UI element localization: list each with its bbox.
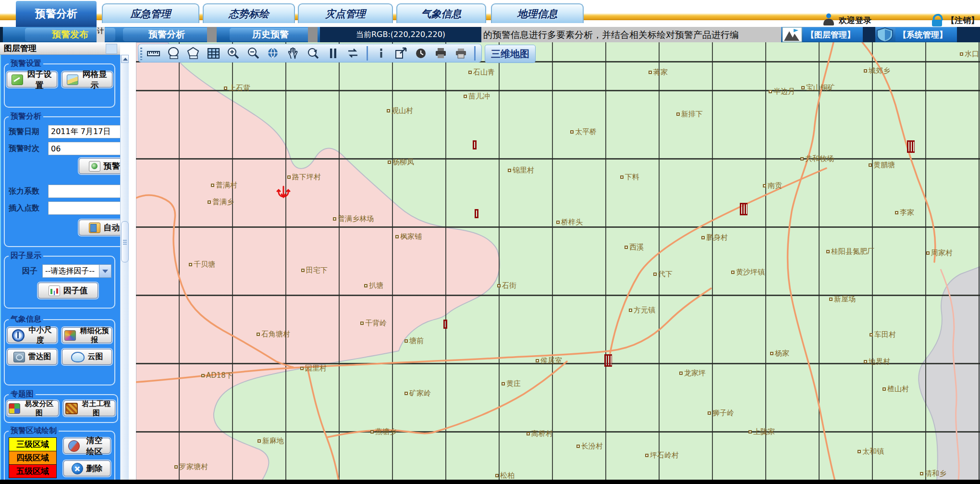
factor-select[interactable]: --请选择因子-- xyxy=(42,264,111,278)
place-marker-icon xyxy=(882,387,886,391)
map-place-label: 狮子岭 xyxy=(708,409,734,418)
panel-corner-button[interactable] xyxy=(106,44,117,54)
full-extent-tool[interactable] xyxy=(264,46,283,61)
pause-tool[interactable] xyxy=(324,46,343,61)
bar-chart-icon xyxy=(49,285,60,296)
map-place-label: 上石背 xyxy=(224,84,250,93)
cloud-map-button[interactable]: 云图 xyxy=(62,349,112,365)
place-marker-icon xyxy=(495,474,499,477)
warn-level-item[interactable]: 四级区域 xyxy=(9,451,57,465)
grid-tool[interactable] xyxy=(204,46,223,61)
place-marker-icon xyxy=(800,157,804,161)
map-place-label: 燕塘乡 xyxy=(370,427,397,436)
history-tool[interactable] xyxy=(412,46,431,61)
place-marker-icon xyxy=(387,109,390,112)
tab-disaster-points[interactable]: 灾点管理 xyxy=(298,3,393,23)
tab-warning-analysis[interactable]: 预警分析 xyxy=(16,1,97,27)
map-place-label: 扒塘 xyxy=(364,281,383,290)
warn-date-label: 预警日期 xyxy=(9,127,48,137)
factor-value-button[interactable]: 因子值 xyxy=(38,283,98,298)
place-marker-icon xyxy=(708,411,711,415)
susceptibility-zoning-button[interactable]: 易发分区图 xyxy=(7,400,59,416)
layer-manage-button[interactable]: 【图层管理】 xyxy=(803,28,869,41)
warn-level-legend: 三级区域四级区域五级区域 xyxy=(9,438,57,478)
measure-distance-tool[interactable] xyxy=(144,46,163,61)
map-place-label: 罗家塘村 xyxy=(174,462,208,472)
map-place-label: 石街 xyxy=(497,281,516,290)
nav-fill xyxy=(863,27,875,42)
auto-map-button[interactable]: 自动成图 xyxy=(79,220,120,236)
place-marker-icon xyxy=(370,430,374,434)
info-tool[interactable] xyxy=(372,46,391,61)
grid-display-button[interactable]: 网格显示 xyxy=(62,72,112,87)
place-marker-icon xyxy=(645,454,649,457)
map-place-label: 路下坪村 xyxy=(287,173,321,182)
map-place-label: 方元镇 xyxy=(629,306,655,315)
map-3d-button[interactable]: 三维地图 xyxy=(485,45,536,63)
place-marker-icon xyxy=(769,90,772,93)
map-place-label: 普满村 xyxy=(211,181,237,190)
pan-tool[interactable] xyxy=(284,46,303,61)
tension-input[interactable] xyxy=(48,185,120,198)
warn-date-select[interactable]: 2011年 7月17日 xyxy=(48,125,120,138)
map-viewport[interactable]: 上石背石山青苗儿冲观山村蒋家城郊乡水口半边月宝山铜矿新排下太平桥共和牧场黄腊塘杨… xyxy=(136,42,980,481)
system-manage-button[interactable]: 【系统管理】 xyxy=(895,28,963,41)
subtab-history-warning[interactable]: 历史预警 xyxy=(230,28,311,41)
clear-draw-area-button[interactable]: 清空绘区 xyxy=(63,438,110,454)
place-marker-icon xyxy=(576,445,580,448)
tab-situation-plotting[interactable]: 态势标绘 xyxy=(203,3,295,23)
delete-button[interactable]: 删除 xyxy=(63,460,110,476)
map-place-label: 杨家 xyxy=(770,349,789,358)
warning-analyze-button[interactable]: 预警分析 xyxy=(79,158,120,174)
place-marker-icon xyxy=(404,339,408,343)
chevron-down-icon[interactable] xyxy=(99,265,111,277)
place-marker-icon xyxy=(920,472,923,475)
group-warn-settings: 预警设置 因子设置 网格显示 xyxy=(4,59,115,108)
fine-forecast-button[interactable]: 精细化预报 xyxy=(62,327,112,343)
disaster-cluster-marker xyxy=(740,203,747,215)
geotech-map-button[interactable]: 岩土工程图 xyxy=(63,400,115,416)
map-place-label: AD18下 xyxy=(201,371,233,380)
warn-time-select[interactable]: 06 xyxy=(48,142,120,155)
delete-x-icon xyxy=(72,463,83,474)
factor-settings-button[interactable]: 因子设置 xyxy=(7,72,57,87)
zoom-out-tool[interactable] xyxy=(244,46,263,61)
warn-level-item[interactable]: 五级区域 xyxy=(9,464,57,478)
logout-button[interactable]: 【注销】 xyxy=(932,13,979,27)
print-preview-tool[interactable] xyxy=(431,46,451,61)
analyze-icon xyxy=(89,161,100,172)
zoom-previous-tool[interactable] xyxy=(304,46,323,61)
scrollbar-thumb[interactable] xyxy=(121,221,129,262)
layer-manage-icon[interactable] xyxy=(782,27,802,42)
map-grid-overlay xyxy=(136,42,980,481)
tab-emergency-management[interactable]: 应急管理 xyxy=(102,3,199,23)
tab-geographic-info[interactable]: 地理信息 xyxy=(491,3,584,23)
subtab-warning-analysis[interactable]: 预警分析 xyxy=(123,28,210,41)
place-marker-icon xyxy=(679,372,683,375)
insert-points-input[interactable] xyxy=(48,201,120,215)
grid-display-icon xyxy=(67,74,78,85)
radar-map-button[interactable]: 雷达图 xyxy=(7,349,57,365)
warn-level-item[interactable]: 三级区域 xyxy=(9,437,57,451)
meso-scale-button[interactable]: 中小尺度 xyxy=(7,327,57,343)
place-marker-icon xyxy=(388,161,391,164)
measure-circle-tool[interactable] xyxy=(164,46,184,61)
map-place-label: 松柏 xyxy=(495,471,514,480)
measure-polygon-tool[interactable] xyxy=(184,46,203,61)
map-place-label: 黄沙坪镇 xyxy=(731,268,765,277)
scroll-up-button[interactable] xyxy=(121,55,129,63)
disaster-cluster-marker xyxy=(907,140,915,153)
group-title: 气象信息 xyxy=(9,314,43,324)
sidebar-scrollbar[interactable] xyxy=(120,55,129,481)
group-title: 专题图 xyxy=(9,389,36,399)
system-manage-icon[interactable] xyxy=(875,27,894,42)
tab-weather-info[interactable]: 气象信息 xyxy=(396,3,486,23)
place-marker-icon xyxy=(333,217,336,221)
toolbar-grip[interactable] xyxy=(140,48,142,60)
place-marker-icon xyxy=(404,392,408,395)
zoom-in-tool[interactable] xyxy=(224,46,243,61)
welcome-login[interactable]: 欢迎登录 xyxy=(822,13,871,27)
export-tool[interactable] xyxy=(392,46,411,61)
refresh-tool[interactable] xyxy=(343,46,363,61)
print-tool[interactable] xyxy=(452,46,471,61)
